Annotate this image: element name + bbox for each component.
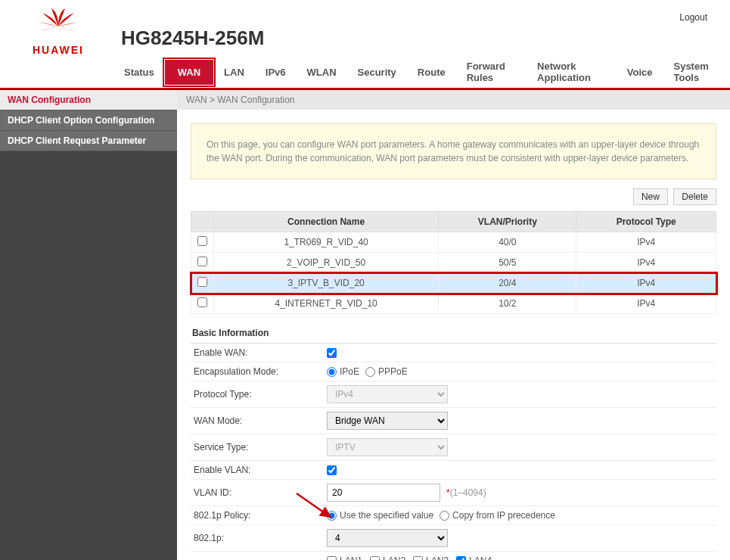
nav-voice[interactable]: Voice xyxy=(617,62,663,82)
8021p-policy-label: 802.1p Policy: xyxy=(191,510,327,521)
main-nav: Status WAN LAN IPv6 WLAN Security Route … xyxy=(0,56,730,90)
brand-text: HUAWEI xyxy=(33,44,84,56)
delete-button[interactable]: Delete xyxy=(673,188,716,205)
service-type-select[interactable]: IPTV xyxy=(327,438,448,456)
nav-forward-rules[interactable]: Forward Rules xyxy=(456,56,527,88)
row-checkbox[interactable] xyxy=(197,257,207,266)
bind-lan3-checkbox[interactable] xyxy=(413,556,423,561)
encap-ipoe-radio[interactable] xyxy=(327,367,337,377)
nav-route[interactable]: Route xyxy=(407,62,456,82)
nav-status[interactable]: Status xyxy=(113,62,165,82)
enable-vlan-label: Enable VLAN: xyxy=(191,465,327,475)
encap-mode-label: Encapsulation Mode: xyxy=(191,366,327,377)
row-checkbox[interactable] xyxy=(197,297,207,307)
encap-pppoe-radio[interactable] xyxy=(365,367,375,377)
bind-lan2-checkbox[interactable] xyxy=(370,556,380,561)
table-row-selected[interactable]: 3_IPTV_B_VID_20 20/4 IPv4 xyxy=(191,273,716,294)
table-row[interactable]: 2_VOIP_R_VID_50 50/5 IPv4 xyxy=(191,253,716,273)
breadcrumb: WAN > WAN Configuration xyxy=(177,90,730,110)
nav-security[interactable]: Security xyxy=(347,62,407,82)
new-button[interactable]: New xyxy=(633,188,668,205)
8021p-label: 802.1p: xyxy=(191,533,327,543)
nav-wan[interactable]: WAN xyxy=(165,60,213,85)
service-type-label: Service Type: xyxy=(191,442,327,453)
vlan-id-label: VLAN ID: xyxy=(191,487,327,498)
bind-lan4-checkbox[interactable] xyxy=(456,556,466,561)
model-title: HG8245H-256M xyxy=(107,26,679,56)
huawei-logo-icon xyxy=(34,6,82,42)
nav-network-application[interactable]: Network Application xyxy=(527,56,617,88)
table-row[interactable]: 4_INTERNET_R_VID_10 10/2 IPv4 xyxy=(191,294,716,314)
sidebar-item-dhcp-option[interactable]: DHCP Client Option Configuration xyxy=(0,110,177,131)
nav-wlan[interactable]: WLAN xyxy=(297,62,347,82)
nav-lan[interactable]: LAN xyxy=(213,62,255,82)
enable-vlan-checkbox[interactable] xyxy=(327,465,337,475)
table-row[interactable]: 1_TR069_R_VID_40 40/0 IPv4 xyxy=(191,232,716,253)
info-box: On this page, you can configure WAN port… xyxy=(191,123,716,179)
col-connection-name: Connection Name xyxy=(214,212,439,232)
wan-mode-select[interactable]: Bridge WAN xyxy=(327,412,448,430)
nav-ipv6[interactable]: IPv6 xyxy=(255,62,297,82)
row-checkbox[interactable] xyxy=(197,236,207,246)
policy-copy-radio[interactable] xyxy=(440,511,449,521)
logout-link[interactable]: Logout xyxy=(679,12,721,23)
8021p-select[interactable]: 4 xyxy=(327,529,448,547)
enable-wan-label: Enable WAN: xyxy=(191,347,327,358)
bind-lan1-checkbox[interactable] xyxy=(327,556,337,561)
basic-info-title: Basic Information xyxy=(191,323,716,344)
nav-system-tools[interactable]: System Tools xyxy=(663,56,730,88)
row-checkbox[interactable] xyxy=(197,277,207,287)
vlan-id-input[interactable] xyxy=(327,484,440,502)
col-vlan-priority: VLAN/Priority xyxy=(439,212,576,232)
policy-specified-radio[interactable] xyxy=(327,511,337,521)
sidebar-item-wan-config[interactable]: WAN Configuration xyxy=(0,90,177,110)
wan-mode-label: WAN Mode: xyxy=(191,415,327,426)
sidebar-item-dhcp-request[interactable]: DHCP Client Request Parameter xyxy=(0,131,177,151)
sidebar: WAN Configuration DHCP Client Option Con… xyxy=(0,90,177,560)
connection-table: Connection Name VLAN/Priority Protocol T… xyxy=(191,211,716,314)
protocol-type-select[interactable]: IPv4 xyxy=(327,385,448,403)
protocol-type-label: Protocol Type: xyxy=(191,389,327,400)
enable-wan-checkbox[interactable] xyxy=(327,348,337,358)
col-protocol-type: Protocol Type xyxy=(576,212,716,232)
